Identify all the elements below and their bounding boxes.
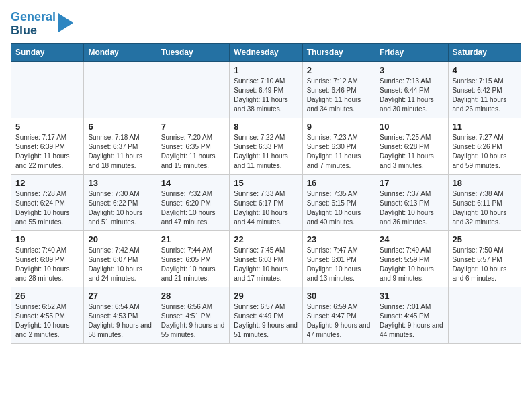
day-info: Sunrise: 6:52 AM Sunset: 4:55 PM Dayligh… (15, 302, 79, 340)
calendar-cell: 8Sunrise: 7:22 AM Sunset: 6:33 PM Daylig… (230, 118, 302, 174)
day-number: 7 (161, 122, 225, 132)
day-number: 18 (453, 178, 517, 188)
header-sunday: Sunday (11, 43, 84, 61)
calendar-cell: 30Sunrise: 6:59 AM Sunset: 4:47 PM Dayli… (302, 287, 375, 343)
calendar-cell: 19Sunrise: 7:40 AM Sunset: 6:09 PM Dayli… (11, 230, 84, 287)
calendar-cell: 29Sunrise: 6:57 AM Sunset: 4:49 PM Dayli… (230, 287, 302, 343)
header-friday: Friday (375, 43, 448, 61)
calendar-cell: 4Sunrise: 7:15 AM Sunset: 6:42 PM Daylig… (448, 61, 521, 118)
calendar-cell: 9Sunrise: 7:23 AM Sunset: 6:30 PM Daylig… (302, 118, 375, 174)
day-number: 26 (15, 291, 79, 301)
day-number: 11 (453, 122, 517, 132)
day-info: Sunrise: 7:40 AM Sunset: 6:09 PM Dayligh… (15, 246, 79, 283)
day-number: 4 (453, 65, 517, 75)
logo-text: GeneralBlue (11, 11, 56, 38)
calendar-cell (84, 61, 157, 118)
calendar-cell: 26Sunrise: 6:52 AM Sunset: 4:55 PM Dayli… (11, 287, 84, 343)
day-number: 22 (234, 234, 298, 244)
calendar-cell: 13Sunrise: 7:30 AM Sunset: 6:22 PM Dayli… (84, 174, 157, 230)
calendar-cell: 10Sunrise: 7:25 AM Sunset: 6:28 PM Dayli… (375, 118, 448, 174)
calendar-cell: 16Sunrise: 7:35 AM Sunset: 6:15 PM Dayli… (302, 174, 375, 230)
calendar-cell: 22Sunrise: 7:45 AM Sunset: 6:03 PM Dayli… (230, 230, 302, 287)
week-row-4: 19Sunrise: 7:40 AM Sunset: 6:09 PM Dayli… (11, 230, 521, 287)
calendar-cell: 17Sunrise: 7:37 AM Sunset: 6:13 PM Dayli… (375, 174, 448, 230)
day-info: Sunrise: 7:15 AM Sunset: 6:42 PM Dayligh… (453, 77, 517, 114)
day-info: Sunrise: 6:57 AM Sunset: 4:49 PM Dayligh… (234, 302, 298, 340)
week-row-1: 1Sunrise: 7:10 AM Sunset: 6:49 PM Daylig… (11, 61, 521, 118)
day-info: Sunrise: 7:30 AM Sunset: 6:22 PM Dayligh… (88, 189, 152, 227)
day-info: Sunrise: 7:35 AM Sunset: 6:15 PM Dayligh… (307, 189, 371, 227)
day-number: 27 (88, 291, 152, 301)
day-number: 20 (88, 234, 152, 244)
day-number: 24 (380, 234, 443, 244)
day-info: Sunrise: 7:12 AM Sunset: 6:46 PM Dayligh… (307, 77, 371, 114)
days-header-row: SundayMondayTuesdayWednesdayThursdayFrid… (11, 43, 521, 61)
day-number: 19 (15, 234, 79, 244)
page-header: GeneralBlue (11, 11, 521, 38)
calendar-cell: 12Sunrise: 7:28 AM Sunset: 6:24 PM Dayli… (11, 174, 84, 230)
calendar-cell: 23Sunrise: 7:47 AM Sunset: 6:01 PM Dayli… (302, 230, 375, 287)
calendar-cell: 14Sunrise: 7:32 AM Sunset: 6:20 PM Dayli… (157, 174, 229, 230)
calendar-cell: 7Sunrise: 7:20 AM Sunset: 6:35 PM Daylig… (157, 118, 229, 174)
day-number: 8 (234, 122, 298, 132)
day-info: Sunrise: 7:20 AM Sunset: 6:35 PM Dayligh… (161, 133, 225, 171)
day-number: 28 (161, 291, 225, 301)
day-number: 23 (307, 234, 371, 244)
calendar-cell: 11Sunrise: 7:27 AM Sunset: 6:26 PM Dayli… (448, 118, 521, 174)
week-row-2: 5Sunrise: 7:17 AM Sunset: 6:39 PM Daylig… (11, 118, 521, 174)
day-number: 17 (380, 178, 443, 188)
calendar-cell: 21Sunrise: 7:44 AM Sunset: 6:05 PM Dayli… (157, 230, 229, 287)
day-info: Sunrise: 6:59 AM Sunset: 4:47 PM Dayligh… (307, 302, 371, 340)
day-info: Sunrise: 7:22 AM Sunset: 6:33 PM Dayligh… (234, 133, 298, 171)
header-thursday: Thursday (302, 43, 375, 61)
day-number: 16 (307, 178, 371, 188)
calendar-cell (11, 61, 84, 118)
calendar-cell: 6Sunrise: 7:18 AM Sunset: 6:37 PM Daylig… (84, 118, 157, 174)
day-info: Sunrise: 7:32 AM Sunset: 6:20 PM Dayligh… (161, 189, 225, 227)
day-info: Sunrise: 7:18 AM Sunset: 6:37 PM Dayligh… (88, 133, 152, 171)
calendar-cell: 25Sunrise: 7:50 AM Sunset: 5:57 PM Dayli… (448, 230, 521, 287)
calendar-cell (448, 287, 521, 343)
day-number: 3 (380, 65, 443, 75)
calendar-cell: 24Sunrise: 7:49 AM Sunset: 5:59 PM Dayli… (375, 230, 448, 287)
day-number: 13 (88, 178, 152, 188)
calendar-cell: 31Sunrise: 7:01 AM Sunset: 4:45 PM Dayli… (375, 287, 448, 343)
day-info: Sunrise: 7:33 AM Sunset: 6:17 PM Dayligh… (234, 189, 298, 227)
header-tuesday: Tuesday (157, 43, 229, 61)
header-wednesday: Wednesday (230, 43, 302, 61)
day-info: Sunrise: 7:37 AM Sunset: 6:13 PM Dayligh… (380, 189, 443, 227)
day-number: 6 (88, 122, 152, 132)
calendar-cell: 3Sunrise: 7:13 AM Sunset: 6:44 PM Daylig… (375, 61, 448, 118)
day-info: Sunrise: 6:54 AM Sunset: 4:53 PM Dayligh… (88, 302, 152, 340)
day-info: Sunrise: 7:38 AM Sunset: 6:11 PM Dayligh… (453, 189, 517, 227)
day-number: 14 (161, 178, 225, 188)
day-number: 5 (15, 122, 79, 132)
day-number: 1 (234, 65, 298, 75)
day-info: Sunrise: 7:25 AM Sunset: 6:28 PM Dayligh… (380, 133, 443, 171)
day-info: Sunrise: 7:27 AM Sunset: 6:26 PM Dayligh… (453, 133, 517, 171)
calendar-cell: 2Sunrise: 7:12 AM Sunset: 6:46 PM Daylig… (302, 61, 375, 118)
logo: GeneralBlue (11, 11, 73, 38)
day-info: Sunrise: 7:28 AM Sunset: 6:24 PM Dayligh… (15, 189, 79, 227)
day-number: 30 (307, 291, 371, 301)
day-info: Sunrise: 7:45 AM Sunset: 6:03 PM Dayligh… (234, 246, 298, 283)
day-info: Sunrise: 7:10 AM Sunset: 6:49 PM Dayligh… (234, 77, 298, 114)
day-info: Sunrise: 7:13 AM Sunset: 6:44 PM Dayligh… (380, 77, 443, 114)
calendar-cell: 28Sunrise: 6:56 AM Sunset: 4:51 PM Dayli… (157, 287, 229, 343)
logo-arrow-icon (58, 13, 73, 32)
calendar-table: SundayMondayTuesdayWednesdayThursdayFrid… (11, 43, 521, 344)
day-number: 2 (307, 65, 371, 75)
day-info: Sunrise: 7:01 AM Sunset: 4:45 PM Dayligh… (380, 302, 443, 340)
calendar-cell (157, 61, 229, 118)
calendar-cell: 20Sunrise: 7:42 AM Sunset: 6:07 PM Dayli… (84, 230, 157, 287)
header-monday: Monday (84, 43, 157, 61)
day-info: Sunrise: 7:23 AM Sunset: 6:30 PM Dayligh… (307, 133, 371, 171)
calendar-cell: 5Sunrise: 7:17 AM Sunset: 6:39 PM Daylig… (11, 118, 84, 174)
calendar-cell: 18Sunrise: 7:38 AM Sunset: 6:11 PM Dayli… (448, 174, 521, 230)
day-number: 31 (380, 291, 443, 301)
day-info: Sunrise: 7:17 AM Sunset: 6:39 PM Dayligh… (15, 133, 79, 171)
day-info: Sunrise: 7:50 AM Sunset: 5:57 PM Dayligh… (453, 246, 517, 283)
header-saturday: Saturday (448, 43, 521, 61)
day-number: 21 (161, 234, 225, 244)
day-info: Sunrise: 7:44 AM Sunset: 6:05 PM Dayligh… (161, 246, 225, 283)
